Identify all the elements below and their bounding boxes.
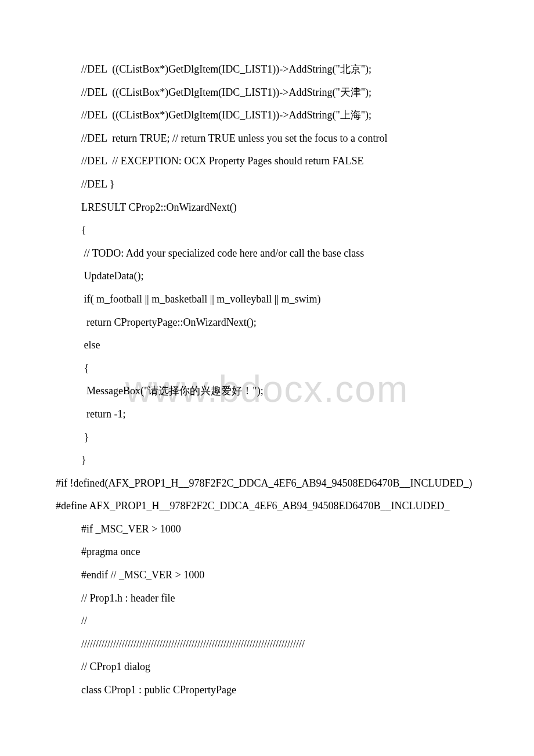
code-line: #pragma once	[35, 541, 499, 564]
code-line: class CProp1 : public CPropertyPage	[35, 679, 499, 702]
code-line: #define AFX_PROP1_H__978F2F2C_DDCA_4EF6_…	[35, 495, 499, 518]
code-line: }	[35, 426, 499, 449]
code-content: //DEL ((CListBox*)GetDlgItem(IDC_LIST1))…	[35, 58, 499, 702]
code-line: else	[35, 334, 499, 357]
code-line: UpdateData();	[35, 265, 499, 288]
code-line: //DEL ((CListBox*)GetDlgItem(IDC_LIST1))…	[35, 81, 499, 105]
code-line: if( m_football || m_basketball || m_voll…	[35, 288, 499, 311]
code-line: //DEL ((CListBox*)GetDlgItem(IDC_LIST1))…	[35, 58, 499, 81]
code-line: ////////////////////////////////////////…	[35, 633, 499, 656]
code-line: {	[35, 219, 499, 242]
code-line: //DEL return TRUE; // return TRUE unless…	[35, 127, 499, 150]
code-line: //DEL // EXCEPTION: OCX Property Pages s…	[35, 150, 499, 173]
code-line: //	[35, 610, 499, 633]
code-line: #if !defined(AFX_PROP1_H__978F2F2C_DDCA_…	[35, 472, 499, 495]
document-page: www.bdocx.com //DEL ((CListBox*)GetDlgIt…	[0, 0, 534, 737]
code-line: // TODO: Add your specialized code here …	[35, 242, 499, 265]
code-line: #endif // _MSC_VER > 1000	[35, 564, 499, 587]
code-line: // Prop1.h : header file	[35, 587, 499, 610]
code-line: LRESULT CProp2::OnWizardNext()	[35, 196, 499, 219]
code-line: }	[35, 449, 499, 472]
code-line: //DEL }	[35, 173, 499, 196]
code-line: #if _MSC_VER > 1000	[35, 518, 499, 541]
code-line: return -1;	[35, 403, 499, 426]
code-line: {	[35, 357, 499, 380]
code-line: // CProp1 dialog	[35, 656, 499, 679]
code-line: return CPropertyPage::OnWizardNext();	[35, 311, 499, 334]
code-line: //DEL ((CListBox*)GetDlgItem(IDC_LIST1))…	[35, 104, 499, 127]
code-line: MessageBox("请选择你的兴趣爱好！");	[35, 380, 499, 403]
